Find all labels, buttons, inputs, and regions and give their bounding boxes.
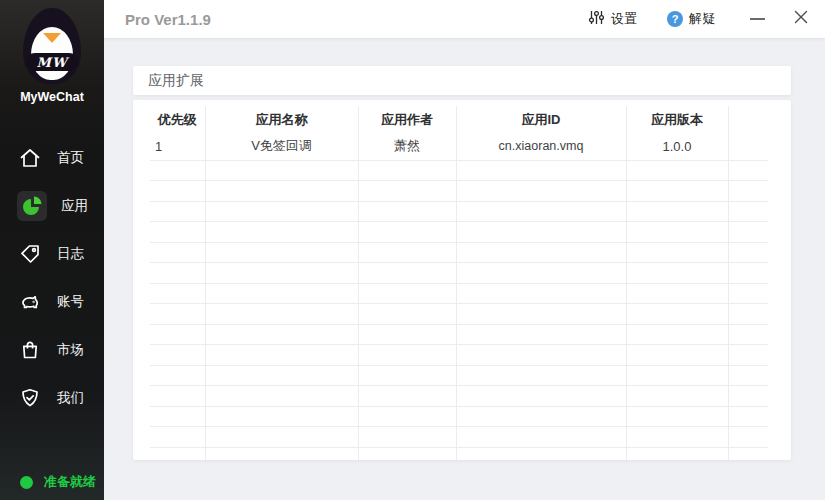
sidebar-item-label: 应用 (61, 197, 88, 215)
table-row-empty[interactable] (150, 242, 768, 263)
sidebar-item-apps[interactable]: 应用 (0, 182, 104, 230)
empty-cell (205, 365, 358, 386)
settings-button[interactable]: 设置 (588, 9, 637, 30)
empty-cell (150, 406, 205, 427)
empty-cell (205, 427, 358, 448)
empty-cell (358, 160, 456, 181)
empty-cell (626, 324, 728, 345)
sidebar-item-label: 首页 (57, 149, 84, 167)
empty-cell (358, 201, 456, 222)
empty-cell (150, 304, 205, 325)
empty-cell (150, 181, 205, 202)
empty-cell (456, 345, 626, 366)
app-window: MW MyWeChat 首页 (0, 0, 825, 500)
logo-block: MW MyWeChat (0, 0, 104, 104)
empty-cell (728, 263, 768, 284)
sidebar: MW MyWeChat 首页 (0, 0, 104, 500)
empty-cell (150, 222, 205, 243)
empty-cell (150, 324, 205, 345)
sidebar-item-accounts[interactable]: 账号 (0, 278, 104, 326)
sidebar-item-label: 市场 (57, 341, 84, 359)
tag-icon (17, 241, 43, 267)
empty-cell (205, 283, 358, 304)
table-row-empty[interactable] (150, 386, 768, 407)
home-icon (17, 145, 43, 171)
table-row-empty[interactable] (150, 283, 768, 304)
sidebar-item-market[interactable]: 市场 (0, 326, 104, 374)
sidebar-item-logs[interactable]: 日志 (0, 230, 104, 278)
empty-cell (205, 242, 358, 263)
empty-cell (626, 304, 728, 325)
empty-cell (456, 222, 626, 243)
empty-cell (626, 283, 728, 304)
empty-cell (456, 447, 626, 460)
empty-cell (626, 201, 728, 222)
cell-app-id: cn.xiaoran.vmq (456, 133, 626, 160)
empty-cell (358, 242, 456, 263)
sliders-icon (588, 9, 605, 30)
table-row-empty[interactable] (150, 324, 768, 345)
empty-cell (626, 427, 728, 448)
table-row-empty[interactable] (150, 222, 768, 243)
empty-cell (456, 427, 626, 448)
cell-extra (728, 133, 768, 160)
empty-cell (150, 242, 205, 263)
empty-cell (626, 222, 728, 243)
cell-priority: 1 (150, 133, 205, 160)
help-button[interactable]: ? 解疑 (667, 10, 715, 28)
empty-cell (626, 263, 728, 284)
table-row-empty[interactable] (150, 181, 768, 202)
logo-beak (43, 33, 61, 43)
col-header-version: 应用版本 (626, 106, 728, 133)
empty-cell (150, 427, 205, 448)
empty-cell (358, 283, 456, 304)
col-header-extra (728, 106, 768, 133)
empty-cell (358, 304, 456, 325)
logo-monogram: MW (37, 55, 68, 70)
empty-cell (626, 365, 728, 386)
question-mark-icon: ? (667, 11, 683, 27)
table-row-empty[interactable] (150, 427, 768, 448)
table-row-empty[interactable] (150, 160, 768, 181)
empty-cell (358, 181, 456, 202)
table-row-empty[interactable] (150, 201, 768, 222)
empty-cell (626, 406, 728, 427)
table-row-empty[interactable] (150, 304, 768, 325)
section-header-card: 应用扩展 (133, 66, 791, 95)
empty-cell (150, 201, 205, 222)
table-row-empty[interactable] (150, 263, 768, 284)
table-row-empty[interactable] (150, 447, 768, 460)
pie-chart-icon (17, 191, 47, 221)
sidebar-item-label: 我们 (57, 389, 84, 407)
empty-cell (205, 222, 358, 243)
empty-cell (728, 283, 768, 304)
sidebar-item-label: 日志 (57, 245, 84, 263)
logo-band: MW (26, 53, 78, 71)
empty-cell (626, 242, 728, 263)
status-dot-icon (20, 476, 33, 489)
empty-cell (150, 283, 205, 304)
table-row[interactable]: 1 V免签回调 萧然 cn.xiaoran.vmq 1.0.0 (150, 133, 768, 160)
table-row-empty[interactable] (150, 406, 768, 427)
minimize-button[interactable] (745, 7, 769, 31)
empty-cell (626, 181, 728, 202)
sidebar-item-home[interactable]: 首页 (0, 134, 104, 182)
empty-cell (728, 242, 768, 263)
empty-cell (358, 427, 456, 448)
empty-cell (456, 201, 626, 222)
empty-cell (626, 447, 728, 460)
close-button[interactable] (789, 7, 813, 31)
sidebar-item-label: 账号 (57, 293, 84, 311)
sidebar-item-about[interactable]: 我们 (0, 374, 104, 422)
empty-cell (358, 406, 456, 427)
empty-cell (358, 386, 456, 407)
empty-cell (150, 160, 205, 181)
empty-cell (626, 345, 728, 366)
empty-cell (205, 304, 358, 325)
table-row-empty[interactable] (150, 365, 768, 386)
sidebar-nav: 首页 应用 日志 (0, 134, 104, 422)
empty-cell (626, 160, 728, 181)
table-row-empty[interactable] (150, 345, 768, 366)
empty-cell (358, 324, 456, 345)
empty-cell (456, 263, 626, 284)
